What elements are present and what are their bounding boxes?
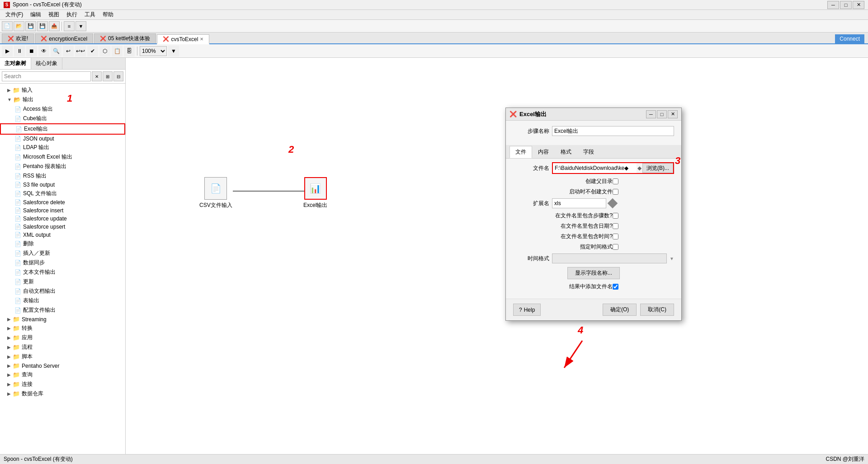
- tree-item-tableout[interactable]: 📄 表输出: [0, 296, 125, 305]
- tree-item-script[interactable]: ▶ 📁 脚本: [0, 352, 125, 361]
- canvas-node-excel[interactable]: 📊 Excel输出: [303, 177, 327, 209]
- canvas-node-csv[interactable]: 📄 CSV文件输入: [199, 177, 232, 209]
- cancel-button[interactable]: 取消(C): [640, 304, 674, 316]
- tree-item-textout[interactable]: 📄 文本文件输出: [0, 267, 125, 277]
- minimize-button[interactable]: ─: [827, 1, 839, 9]
- tree-item-transform[interactable]: ▶ 📁 转换: [0, 323, 125, 333]
- tree-item-cube[interactable]: 📄 Cube输出: [0, 114, 125, 123]
- tab-cvs[interactable]: ❌ cvsToExcel ✕: [157, 34, 209, 44]
- replay-button[interactable]: ↩↩: [75, 46, 86, 56]
- step-name-input[interactable]: [552, 126, 674, 136]
- tree-item-rss[interactable]: 📄 RSS 输出: [0, 171, 125, 181]
- tree-item-excel[interactable]: 📄 Excel输出: [0, 123, 125, 135]
- toolbar-export[interactable]: 📤: [49, 21, 60, 31]
- file-name-input[interactable]: [553, 163, 637, 173]
- ext-input[interactable]: [552, 198, 606, 208]
- tab-kettle[interactable]: ❌ 05 kettle快速体验: [94, 33, 156, 43]
- explore-db-button[interactable]: 🗄: [124, 46, 135, 56]
- tree-item-ldap[interactable]: 📄 LDAP 输出: [0, 143, 125, 152]
- tree-item-autodoc[interactable]: 📄 自动文档输出: [0, 286, 125, 296]
- title-bar-controls[interactable]: ─ □ ✕: [827, 1, 864, 9]
- sql-button[interactable]: 📋: [112, 46, 123, 56]
- impact-button[interactable]: ⬡: [99, 46, 110, 56]
- search-collapse-btn[interactable]: ⊟: [113, 71, 123, 81]
- search-clear-btn[interactable]: ✕: [92, 71, 102, 81]
- tree-item-streaming[interactable]: ▶ 📁 Streaming: [0, 315, 125, 323]
- step-button[interactable]: ↩: [63, 46, 74, 56]
- tab-encryption[interactable]: ❌ encryptionExcel: [35, 33, 93, 43]
- add-filename-checkbox[interactable]: [613, 284, 618, 290]
- dialog-minimize-btn[interactable]: ─: [646, 110, 656, 118]
- tab-close-cvs[interactable]: ✕: [200, 37, 203, 42]
- preview-button[interactable]: 👁: [38, 46, 49, 56]
- no-create-launch-checkbox[interactable]: [613, 189, 618, 195]
- tree-item-msexcel[interactable]: 📄 Microsoft Excel 输出: [0, 152, 125, 162]
- tree-item-app[interactable]: ▶ 📁 应用: [0, 333, 125, 342]
- search-input[interactable]: [2, 71, 91, 81]
- menu-view[interactable]: 视图: [45, 10, 63, 19]
- tree-item-configout[interactable]: 📄 配置文件输出: [0, 305, 125, 315]
- zoom-dropdown-btn[interactable]: ▼: [168, 46, 179, 56]
- tree-item-flow[interactable]: ▶ 📁 流程: [0, 342, 125, 352]
- tree-item-input[interactable]: ▶ 📁 输入: [0, 85, 125, 95]
- tab-welcome[interactable]: ❌ 欢迎!: [2, 33, 34, 43]
- create-dir-checkbox[interactable]: [613, 178, 618, 184]
- excel-dialog[interactable]: ❌ Excel输出 ─ □ ✕ 步骤名称 文件 内容: [505, 108, 682, 321]
- dialog-title-controls[interactable]: ─ □ ✕: [646, 110, 678, 118]
- tree-item-s3[interactable]: 📄 S3 file output: [0, 181, 125, 189]
- sidebar-tab-core[interactable]: 核心对象: [31, 58, 62, 69]
- dialog-maximize-btn[interactable]: □: [657, 110, 667, 118]
- tree-item-datasync[interactable]: 📄 数据同步: [0, 258, 125, 267]
- toolbar-new[interactable]: 📄: [2, 21, 13, 31]
- ok-button[interactable]: 确定(O): [603, 304, 637, 316]
- tree-item-xml[interactable]: 📄 XML output: [0, 231, 125, 239]
- specify-format-checkbox[interactable]: [613, 244, 618, 250]
- tree-item-update[interactable]: 📄 更新: [0, 277, 125, 286]
- tree-item-delete[interactable]: 📄 删除: [0, 239, 125, 248]
- tree-item-json[interactable]: 📄 JSON output: [0, 135, 125, 143]
- canvas-area[interactable]: 📄 CSV文件输入 📊 Excel输出 2 ❌ Excel输出 ─ □: [126, 58, 868, 454]
- toolbar-open[interactable]: 📂: [14, 21, 24, 31]
- dialog-close-btn[interactable]: ✕: [668, 110, 678, 118]
- stop-button[interactable]: ⏹: [26, 46, 37, 56]
- tree-item-pentaho[interactable]: 📄 Pentaho 报表输出: [0, 162, 125, 171]
- menu-tools[interactable]: 工具: [81, 10, 99, 19]
- include-date-checkbox[interactable]: [613, 223, 618, 229]
- maximize-button[interactable]: □: [840, 1, 852, 9]
- toolbar-save[interactable]: 💾: [25, 21, 36, 31]
- close-button[interactable]: ✕: [853, 1, 864, 9]
- tree-item-sfdelete[interactable]: 📄 Salesforce delete: [0, 198, 125, 206]
- ext-diamond-btn[interactable]: [608, 198, 618, 209]
- tree-item-conn[interactable]: ▶ 📁 连接: [0, 380, 125, 389]
- menu-file[interactable]: 文件(F): [2, 10, 27, 19]
- pause-button[interactable]: ⏸: [14, 46, 25, 56]
- sidebar-tab-main[interactable]: 主对象树: [0, 58, 31, 69]
- tree-item-pentahoserver[interactable]: ▶ 📁 Pentaho Server: [0, 361, 125, 370]
- tree-item-insertupdate[interactable]: 📄 插入／更新: [0, 248, 125, 258]
- tree-item-sql[interactable]: 📄 SQL 文件输出: [0, 189, 125, 198]
- tree-item-sfupdate[interactable]: 📄 Salesforce update: [0, 215, 125, 223]
- verify-button[interactable]: ✔: [87, 46, 98, 56]
- tree-item-query[interactable]: ▶ 📁 查询: [0, 370, 125, 380]
- time-format-input[interactable]: [552, 253, 667, 263]
- browse-button[interactable]: 浏览(B)...: [642, 163, 673, 173]
- toolbar-saveas[interactable]: 💾: [37, 21, 48, 31]
- help-button[interactable]: ? Help: [513, 304, 541, 316]
- dialog-tab-file[interactable]: 文件: [509, 146, 532, 158]
- include-time-checkbox[interactable]: [613, 234, 618, 239]
- dialog-tab-fields[interactable]: 字段: [577, 146, 600, 158]
- include-stepnr-checkbox[interactable]: [613, 213, 618, 219]
- run-button[interactable]: ▶: [2, 46, 13, 56]
- menu-run[interactable]: 执行: [63, 10, 81, 19]
- tree-item-dw[interactable]: ▶ 📁 数据仓库: [0, 389, 125, 398]
- toolbar-layers[interactable]: ≡: [64, 21, 75, 31]
- tree-item-output[interactable]: ▼ 📂 输出: [0, 95, 125, 104]
- tree-item-access[interactable]: 📄 Access 输出: [0, 104, 125, 114]
- search-expand-btn[interactable]: ⊞: [103, 71, 113, 81]
- debug-button[interactable]: 🔍: [51, 46, 61, 56]
- menu-help[interactable]: 帮助: [99, 10, 117, 19]
- tree-item-sfinsert[interactable]: 📄 Salesforce insert: [0, 206, 125, 215]
- connect-button[interactable]: Connect: [835, 34, 864, 43]
- toolbar-dropdown[interactable]: ▼: [75, 21, 86, 31]
- zoom-select[interactable]: 100% 50% 75% 150% 200%: [140, 46, 167, 56]
